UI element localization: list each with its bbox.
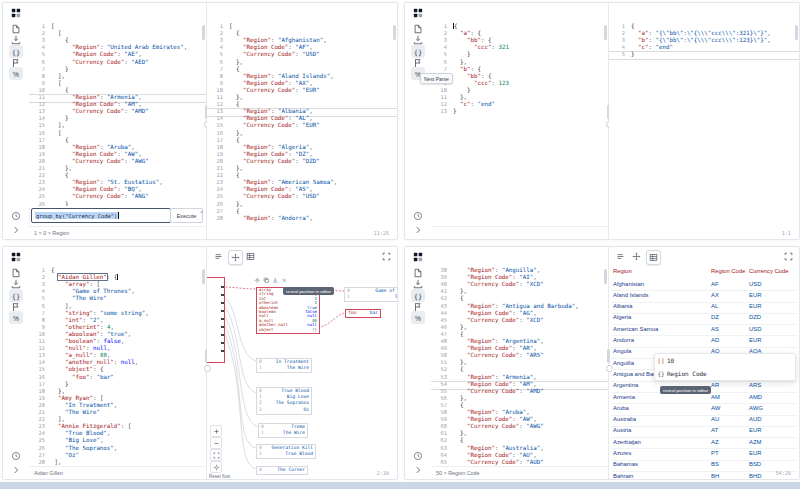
code-line[interactable]: 19 "Region Code": "DZ",	[207, 151, 397, 158]
code-line[interactable]: 23 "Region": "St. Eustatius",	[29, 179, 206, 186]
code-editor[interactable]: 1[2 {3 "Region": "Afghanistan",4 "Region…	[207, 3, 397, 227]
command-input[interactable]: group_by("Currency Code")	[31, 208, 171, 223]
code-line[interactable]: 23 "Annie Fitzgerald": [	[29, 423, 206, 430]
sidebar-item-percent[interactable]: %	[9, 67, 23, 80]
code-line[interactable]: 24 "Region Code": "AS",	[207, 186, 397, 193]
edge-handle[interactable]	[221, 286, 224, 289]
code-line[interactable]: 9 "ccc": 123	[431, 80, 608, 87]
edge-handle[interactable]	[221, 310, 224, 313]
edge-handle[interactable]	[221, 326, 224, 329]
code-line[interactable]: 22 ],	[29, 416, 206, 423]
code-editor[interactable]: 38 "Region": "Anguilla",39 "Region Code"…	[431, 247, 608, 466]
code-line[interactable]: 11 "boolean": false,	[29, 338, 206, 345]
code-line[interactable]: 1[	[207, 23, 397, 30]
code-line[interactable]: 55 "Currency Code": "AMD"	[431, 388, 608, 395]
code-line[interactable]: 56 },	[431, 395, 608, 402]
code-line[interactable]: 3 "Region": "Afghanistan",	[207, 37, 397, 44]
graph-expand-button[interactable]	[210, 449, 222, 461]
sidebar-collapse[interactable]	[411, 223, 425, 236]
code-line[interactable]: 22 {	[29, 172, 206, 179]
edge-handle[interactable]	[221, 318, 224, 321]
code-line[interactable]: 19 "Amy Ryan": [	[29, 395, 206, 402]
code-line[interactable]: 38 "Region": "Anguilla",	[431, 267, 608, 274]
code-line[interactable]: 22 {	[207, 172, 397, 179]
sidebar-item-logo[interactable]	[411, 6, 425, 19]
code-line[interactable]: 4 "c": "end"	[609, 44, 799, 51]
sidebar-item-history[interactable]	[411, 209, 425, 222]
edge-handle[interactable]	[221, 342, 224, 345]
code-line[interactable]: 9 "Region Code": "AX",	[207, 80, 397, 87]
sidebar-item-logo[interactable]	[411, 250, 425, 263]
code-line[interactable]: 25 "Currency Code": "USD"	[207, 193, 397, 200]
code-line[interactable]: 60 "Currency Code": "AWG"	[431, 423, 608, 430]
array-node-the-corner[interactable]: 0The Corner	[256, 466, 308, 475]
expand-button[interactable]	[782, 250, 795, 263]
code-line[interactable]: 8 "bb": {	[431, 73, 608, 80]
code-line[interactable]: 14 "another_null": null,	[29, 359, 206, 366]
scrollbar-thumb[interactable]	[604, 25, 607, 40]
foo-object-node[interactable]: foobar	[345, 309, 381, 318]
code-line[interactable]: 18 "Region": "Algeria",	[207, 144, 397, 151]
code-line[interactable]: 5 "The Wire"	[29, 295, 206, 302]
sidebar-item-history[interactable]	[9, 449, 23, 462]
array-node-annie-fitzgerald[interactable]: 0True Blood1Big Love2The Sopranos3Oz	[256, 387, 312, 415]
code-editor[interactable]: 1{2 "Aidan Gillen": {3 "array": [4 "Game…	[29, 247, 206, 466]
code-line[interactable]: 2 "Aidan Gillen": {	[29, 274, 206, 281]
code-line[interactable]: 61 },	[431, 430, 608, 437]
scrollbar-thumb[interactable]	[393, 25, 396, 40]
code-line[interactable]: 1{	[431, 23, 608, 30]
code-line[interactable]: 17 {	[29, 137, 206, 144]
code-line[interactable]: 26 "The Sopranos",	[29, 445, 206, 452]
code-line[interactable]: 1[	[29, 23, 206, 30]
code-line[interactable]: 24 "True Blood",	[29, 430, 206, 437]
code-line[interactable]: 7 "string": "some string",	[29, 310, 206, 317]
code-line[interactable]: 10 {	[29, 87, 206, 94]
breadcrumb[interactable]: 50 > Region Code	[436, 470, 480, 476]
code-line[interactable]: 17 {	[207, 137, 397, 144]
code-line[interactable]: 40 "Currency Code": "XCD"	[431, 281, 608, 288]
code-line[interactable]: 11 "Region": "Armenia",	[29, 94, 206, 101]
code-line[interactable]: 9 "otherint": 4,	[29, 324, 206, 331]
code-line[interactable]: 6 },	[207, 59, 397, 66]
code-line[interactable]: 15 "object": {	[29, 366, 206, 373]
code-line[interactable]: 20 "In Treatment",	[29, 402, 206, 409]
code-line[interactable]: 21 "The Wire"	[29, 409, 206, 416]
code-line[interactable]: 11 },	[207, 94, 397, 101]
code-line[interactable]: 10 "aboolean": "true",	[29, 331, 206, 338]
code-line[interactable]: 1{	[609, 23, 799, 30]
graph-plus-button[interactable]	[210, 425, 222, 437]
code-editor[interactable]: 1[2 [3 {4 "Region": "United Arab Emirate…	[29, 3, 206, 206]
code-line[interactable]: 25 "Currency Code": "ANG"	[29, 193, 206, 200]
reset-flow-label[interactable]: Reset flow	[209, 474, 230, 479]
code-line[interactable]: 51 },	[431, 359, 608, 366]
sidebar-collapse[interactable]	[9, 463, 23, 476]
sidebar-item-logo[interactable]	[9, 6, 23, 19]
code-line[interactable]: 46 },	[431, 324, 608, 331]
code-line[interactable]: 3 {	[29, 37, 206, 44]
scrollbar-thumb[interactable]	[202, 25, 205, 40]
code-line[interactable]: 5 "Region Code": "AE",	[29, 51, 206, 58]
code-line[interactable]: 13 "Region": "Albania",	[207, 108, 397, 115]
code-line[interactable]: 21 },	[29, 165, 206, 172]
code-line[interactable]: 62 {	[431, 437, 608, 444]
code-line[interactable]: 12 {	[207, 101, 397, 108]
scrollbar-thumb[interactable]	[202, 269, 205, 284]
code-line[interactable]: 2 [	[29, 30, 206, 37]
code-line[interactable]: 65 "Currency Code": "AUD"	[431, 459, 608, 466]
array-node-amy-ryan[interactable]: 0In Treatment1The Wire	[256, 358, 312, 373]
sidebar-collapse[interactable]	[9, 223, 23, 236]
code-line[interactable]: 5 }	[431, 51, 608, 58]
code-line[interactable]: 5 "Currency Code": "USD"	[207, 51, 397, 58]
code-line[interactable]: 53 "Region": "Armenia",	[431, 374, 608, 381]
sidebar-item-history[interactable]	[9, 209, 23, 222]
graph-minus-button[interactable]	[210, 437, 222, 449]
code-line[interactable]: 63 "Region": "Australia",	[431, 445, 608, 452]
sidebar-item-logo[interactable]	[9, 250, 23, 263]
code-line[interactable]: 26 }	[29, 201, 206, 207]
code-line[interactable]: 10 }	[431, 87, 608, 94]
code-line[interactable]: 7 {	[207, 66, 397, 73]
code-line[interactable]: 6 ],	[29, 303, 206, 310]
code-line[interactable]: 12 "null": null,	[29, 345, 206, 352]
edge-handle[interactable]	[221, 302, 224, 305]
code-line[interactable]: 20 "Currency Code": "AWG"	[29, 158, 206, 165]
